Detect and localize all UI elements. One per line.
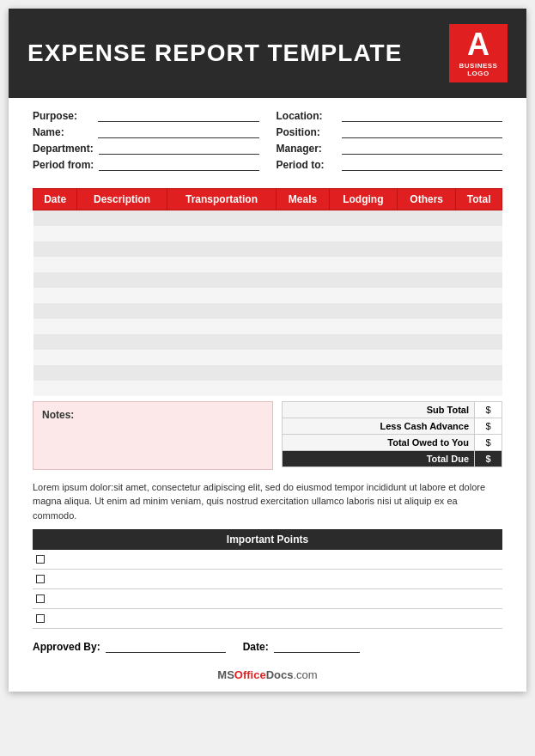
table-cell[interactable] xyxy=(33,319,77,334)
total-value[interactable]: $ xyxy=(475,434,502,450)
total-value[interactable]: $ xyxy=(475,401,502,418)
table-cell[interactable] xyxy=(33,257,77,272)
table-cell[interactable] xyxy=(167,210,277,226)
table-cell[interactable] xyxy=(398,288,456,303)
table-cell[interactable] xyxy=(398,257,456,272)
table-cell[interactable] xyxy=(456,226,502,241)
table-cell[interactable] xyxy=(33,350,77,365)
table-cell[interactable] xyxy=(33,210,77,226)
table-cell[interactable] xyxy=(456,319,502,334)
table-cell[interactable] xyxy=(77,241,167,257)
table-cell[interactable] xyxy=(329,257,398,272)
table-cell[interactable] xyxy=(329,319,398,334)
checkbox-icon[interactable] xyxy=(36,614,45,623)
table-cell[interactable] xyxy=(329,334,398,350)
table-cell[interactable] xyxy=(329,272,398,288)
table-cell[interactable] xyxy=(77,257,167,272)
table-cell[interactable] xyxy=(77,303,167,319)
table-cell[interactable] xyxy=(398,272,456,288)
important-line-input[interactable] xyxy=(50,574,499,584)
table-cell[interactable] xyxy=(329,365,398,381)
table-cell[interactable] xyxy=(277,303,329,319)
table-cell[interactable] xyxy=(33,288,77,303)
table-cell[interactable] xyxy=(167,365,277,381)
table-cell[interactable] xyxy=(167,257,277,272)
table-cell[interactable] xyxy=(167,288,277,303)
table-cell[interactable] xyxy=(33,334,77,350)
total-value[interactable]: $ xyxy=(475,418,502,434)
approved-by-input[interactable] xyxy=(106,641,226,653)
name-input[interactable] xyxy=(98,126,259,138)
table-cell[interactable] xyxy=(77,381,167,396)
table-cell[interactable] xyxy=(33,272,77,288)
table-cell[interactable] xyxy=(277,210,329,226)
table-cell[interactable] xyxy=(456,303,502,319)
checkbox-icon[interactable] xyxy=(36,594,45,603)
table-cell[interactable] xyxy=(167,334,277,350)
table-cell[interactable] xyxy=(398,226,456,241)
table-cell[interactable] xyxy=(167,350,277,365)
table-cell[interactable] xyxy=(398,319,456,334)
period-from-input[interactable] xyxy=(99,159,258,171)
table-cell[interactable] xyxy=(398,381,456,396)
table-cell[interactable] xyxy=(277,226,329,241)
location-input[interactable] xyxy=(342,110,503,122)
table-cell[interactable] xyxy=(167,303,277,319)
table-cell[interactable] xyxy=(33,303,77,319)
table-cell[interactable] xyxy=(277,350,329,365)
table-cell[interactable] xyxy=(456,365,502,381)
important-line-input[interactable] xyxy=(50,613,499,624)
table-cell[interactable] xyxy=(77,288,167,303)
table-cell[interactable] xyxy=(277,319,329,334)
table-cell[interactable] xyxy=(33,381,77,396)
table-cell[interactable] xyxy=(277,241,329,257)
table-cell[interactable] xyxy=(77,226,167,241)
table-cell[interactable] xyxy=(77,210,167,226)
table-cell[interactable] xyxy=(398,210,456,226)
date-input[interactable] xyxy=(274,641,360,653)
table-cell[interactable] xyxy=(33,241,77,257)
table-cell[interactable] xyxy=(277,272,329,288)
table-cell[interactable] xyxy=(77,272,167,288)
department-input[interactable] xyxy=(99,143,259,155)
table-cell[interactable] xyxy=(33,226,77,241)
table-cell[interactable] xyxy=(456,210,502,226)
purpose-input[interactable] xyxy=(98,110,259,122)
table-cell[interactable] xyxy=(77,365,167,381)
table-cell[interactable] xyxy=(456,334,502,350)
table-cell[interactable] xyxy=(277,381,329,396)
total-value[interactable]: $ xyxy=(475,450,502,466)
table-cell[interactable] xyxy=(77,319,167,334)
table-cell[interactable] xyxy=(167,319,277,334)
table-cell[interactable] xyxy=(329,210,398,226)
table-cell[interactable] xyxy=(167,241,277,257)
important-line-input[interactable] xyxy=(50,554,499,564)
table-cell[interactable] xyxy=(456,272,502,288)
table-cell[interactable] xyxy=(398,334,456,350)
table-cell[interactable] xyxy=(456,288,502,303)
table-cell[interactable] xyxy=(77,334,167,350)
table-cell[interactable] xyxy=(277,257,329,272)
table-cell[interactable] xyxy=(329,303,398,319)
table-cell[interactable] xyxy=(456,241,502,257)
table-cell[interactable] xyxy=(398,350,456,365)
table-cell[interactable] xyxy=(398,365,456,381)
checkbox-icon[interactable] xyxy=(36,555,45,564)
manager-input[interactable] xyxy=(342,143,503,155)
table-cell[interactable] xyxy=(277,334,329,350)
table-cell[interactable] xyxy=(277,288,329,303)
table-cell[interactable] xyxy=(329,381,398,396)
table-cell[interactable] xyxy=(329,241,398,257)
checkbox-icon[interactable] xyxy=(36,575,45,583)
table-cell[interactable] xyxy=(33,365,77,381)
table-cell[interactable] xyxy=(167,226,277,241)
table-cell[interactable] xyxy=(456,350,502,365)
table-cell[interactable] xyxy=(398,241,456,257)
table-cell[interactable] xyxy=(456,257,502,272)
table-cell[interactable] xyxy=(329,288,398,303)
table-cell[interactable] xyxy=(167,381,277,396)
important-line-input[interactable] xyxy=(50,594,499,604)
table-cell[interactable] xyxy=(277,365,329,381)
table-cell[interactable] xyxy=(329,226,398,241)
table-cell[interactable] xyxy=(398,303,456,319)
